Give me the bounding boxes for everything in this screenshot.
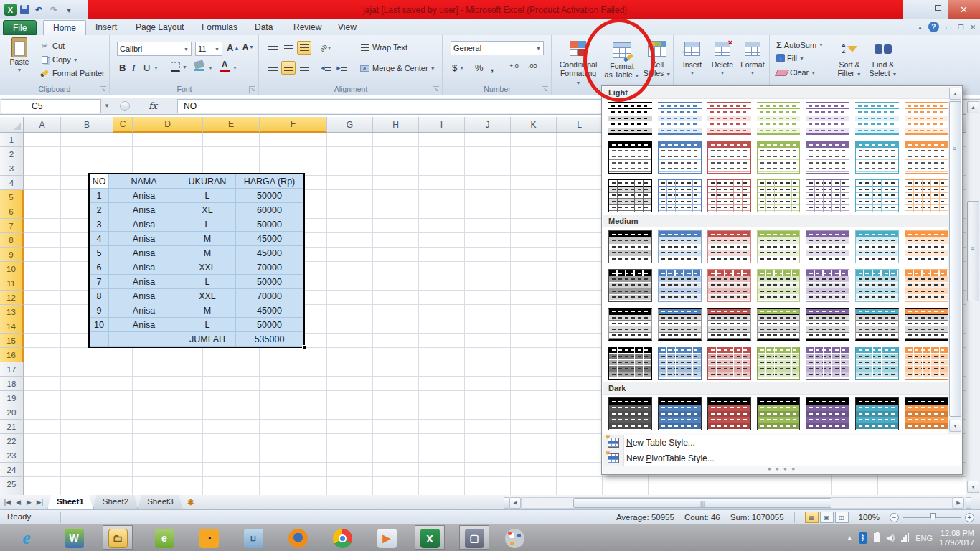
row-header-12[interactable]: 12 [0,291,24,305]
row-header-7[interactable]: 7 [0,219,24,233]
fill-color-dropdown[interactable]: ▼ [208,65,213,70]
table-style-swatch-medium-4[interactable] [707,347,751,380]
table-style-swatch-medium-4[interactable] [855,347,899,380]
next-sheet-icon[interactable]: ▶ [24,499,34,506]
column-header-L[interactable]: L [557,117,603,132]
restore-button[interactable] [928,0,948,16]
table-style-swatch-dark-1[interactable] [658,397,702,430]
table-style-swatch-light-2[interactable] [806,141,849,174]
table-style-swatch-medium-2[interactable] [608,269,652,302]
table-cell[interactable]: Anisa [109,289,179,303]
column-header-B[interactable]: B [61,117,113,132]
table-style-swatch-dark-1[interactable] [855,397,899,430]
tray-expand-icon[interactable]: ▲ [847,534,852,541]
comma-style-button[interactable]: , [491,61,494,73]
insert-function-icon[interactable]: fx [149,100,157,111]
workbook-restore-icon[interactable]: ❐ [958,24,963,31]
number-format-select[interactable]: General▼ [451,41,544,55]
tab-review[interactable]: Review [284,20,331,35]
shrink-font-icon[interactable]: A▼ [242,42,254,51]
column-header-E[interactable]: E [203,117,260,133]
table-style-swatch-medium-1[interactable] [855,230,899,263]
table-style-swatch-medium-3[interactable] [608,308,652,341]
table-cell[interactable]: 45000 [236,232,303,246]
accounting-format-button[interactable]: $▼ [452,62,464,73]
paste-button[interactable]: Paste▼ [6,37,33,75]
table-style-swatch-medium-2[interactable] [757,269,801,302]
horizontal-scroll-thumb[interactable]: ||| [573,498,831,508]
language-indicator[interactable]: ENG [915,534,933,542]
table-cell[interactable]: 60000 [236,203,303,217]
row-header-3[interactable]: 3 [0,161,24,176]
row-header-21[interactable]: 21 [0,420,24,434]
table-cell[interactable]: Anisa [109,303,179,318]
merge-center-button[interactable]: a Merge & Center▼ [359,62,435,74]
table-cell[interactable]: Anisa [109,246,179,260]
table-cell[interactable]: M [179,246,236,260]
last-sheet-icon[interactable]: ▶| [35,499,44,506]
gallery-scrollbar[interactable]: ▲ ▼ [948,87,961,434]
excel-taskbar-icon[interactable]: X [419,527,440,549]
network-signal-icon[interactable] [901,533,909,542]
row-header-5[interactable]: 5 [0,190,24,204]
table-style-swatch-medium-3[interactable] [707,308,751,341]
column-header-G[interactable]: G [327,117,373,132]
table-cell[interactable]: L [179,217,236,232]
table-cell[interactable]: 50000 [236,189,303,203]
table-cell[interactable]: 1 [90,189,109,203]
table-style-swatch-light-3[interactable] [757,179,801,212]
new-table-style-item[interactable]: New Table Style... [603,435,961,451]
selected-data-table[interactable]: NONAMAUKURANHARGA (Rp)1AnisaL500002Anisa… [88,173,305,348]
align-middle-icon[interactable] [281,41,296,55]
row-header-19[interactable]: 19 [0,391,24,405]
table-cell[interactable]: 70000 [236,289,303,303]
row-header-9[interactable]: 9 [0,248,24,262]
align-center-icon[interactable] [281,61,296,75]
table-style-swatch-medium-3[interactable] [905,308,948,341]
table-style-swatch-light-3[interactable] [608,179,652,212]
close-button[interactable]: ✕ [948,0,980,19]
table-style-swatch-light-2[interactable] [658,141,702,174]
tab-split-handle[interactable] [504,497,509,509]
table-style-swatch-light-2[interactable] [855,141,899,174]
table-cell[interactable] [90,332,109,347]
font-size-select[interactable]: 11▼ [195,42,222,56]
table-style-swatch-medium-2[interactable] [707,269,751,302]
table-cell[interactable]: Anisa [109,217,179,232]
fill-button[interactable]: ↓ Fill▼ [776,54,804,62]
delete-cells-button[interactable]: × Delete▼ [709,38,736,77]
collapse-ribbon-icon[interactable]: ▴ [918,24,922,31]
autosum-button[interactable]: Σ AutoSum▼ [776,39,824,50]
table-style-swatch-medium-1[interactable] [608,230,652,263]
clipboard-dialog-launcher[interactable]: ↘ [100,86,106,93]
align-top-icon[interactable] [265,41,280,55]
row-header-2[interactable]: 2 [0,147,24,161]
font-dialog-launcher[interactable]: ↘ [249,86,255,93]
vertical-scrollbar[interactable]: ▲ ▼ [966,100,980,495]
table-style-swatch-light-1[interactable] [608,102,652,135]
table-cell[interactable] [109,332,179,347]
tab-insert[interactable]: Insert [86,20,126,35]
row-header-18[interactable]: 18 [0,377,24,391]
scroll-down-icon[interactable]: ▼ [967,481,979,493]
table-cell[interactable]: 5 [90,246,109,260]
minimize-button[interactable]: — [908,0,928,16]
undo-icon[interactable]: ↶ [33,5,44,15]
insert-worksheet-icon[interactable]: ✱ [183,498,199,507]
copy-button[interactable]: Copy▼ [39,54,78,65]
new-pivottable-style-item[interactable]: New PivotTable Style... [603,451,961,466]
tab-home[interactable]: Home [43,20,86,35]
clear-button[interactable]: Clear▼ [776,68,816,77]
table-style-swatch-medium-4[interactable] [658,347,702,380]
bluetooth-icon[interactable]: ᛒ [859,532,867,544]
table-cell[interactable]: UKURAN [179,174,236,189]
font-color-button[interactable]: A [220,60,230,72]
format-as-table-content[interactable]: Format as Table ▼ [604,39,640,80]
table-cell[interactable]: Anisa [109,232,179,246]
prev-sheet-icon[interactable]: ◀ [14,499,23,506]
table-cell[interactable]: L [179,318,236,332]
tab-page-layout[interactable]: Page Layout [126,20,193,35]
table-style-swatch-light-1[interactable] [707,102,751,135]
grow-font-icon[interactable]: A▲ [227,42,239,53]
table-style-swatch-dark-1[interactable] [757,397,801,430]
